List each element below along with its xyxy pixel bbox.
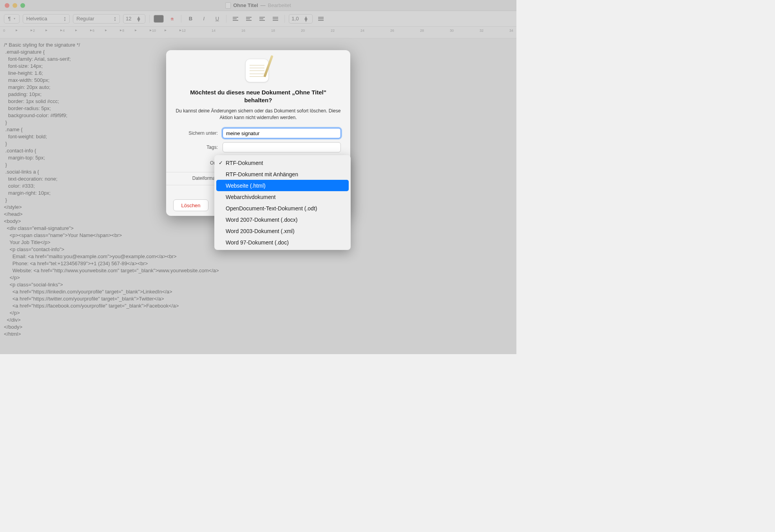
ruler-tab-stop[interactable]: ▸ (165, 28, 167, 32)
ruler[interactable]: ▸▸▸▸▸▸▸▸▸▸▸▸ 024681012141618202224262830… (0, 27, 516, 38)
ruler-number: 8 (122, 29, 124, 33)
fileformat-dropdown: ✓RTF-DokumentRTF-Dokument mit AnhängenWe… (214, 155, 351, 250)
align-right-button[interactable] (257, 14, 267, 24)
ruler-number: 6 (92, 29, 94, 33)
ruler-tab-stop[interactable]: ▸ (90, 28, 92, 32)
fileformat-option-label: OpenDocument-Text-Dokument (.odt) (226, 205, 317, 212)
ruler-tab-stop[interactable]: ▸ (150, 28, 152, 32)
ruler-number: 18 (271, 29, 275, 33)
document-status: Bearbeitet (268, 2, 291, 8)
fileformat-option-label: Word 2007-Dokument (.docx) (226, 217, 297, 223)
titlebar: Ohne Titel — Bearbeitet (0, 0, 516, 11)
fileformat-option[interactable]: RTF-Dokument mit Anhängen (216, 168, 349, 180)
save-as-label: Sichern unter: (176, 130, 218, 136)
ruler-number: 4 (63, 29, 65, 33)
line-spacing-value: 1,0 (289, 16, 301, 22)
zoom-window-button[interactable] (20, 3, 25, 8)
ruler-tab-stop[interactable]: ▸ (16, 28, 18, 32)
ruler-tab-stop[interactable]: ▸ (75, 28, 77, 32)
document-name: Ohne Titel (233, 2, 258, 8)
fileformat-option[interactable]: Webarchivdokument (216, 191, 349, 203)
window-controls (0, 3, 25, 8)
font-style-value: Regular (76, 16, 94, 22)
fileformat-option-label: RTF-Dokument mit Anhängen (226, 171, 298, 177)
font-style-select[interactable]: Regular ▲▼ (73, 14, 120, 24)
ruler-number: 22 (331, 29, 335, 33)
ruler-tab-stop[interactable]: ▸ (45, 28, 47, 32)
ruler-number: 16 (241, 29, 245, 33)
ruler-number: 34 (509, 29, 513, 33)
ruler-tab-stop[interactable]: ▸ (31, 28, 33, 32)
underline-button[interactable]: U (212, 14, 222, 24)
fileformat-option-label: Webarchivdokument (226, 194, 275, 200)
tags-input[interactable] (223, 142, 341, 152)
ruler-number: 24 (360, 29, 364, 33)
fileformat-option-label: RTF-Dokument (226, 160, 263, 166)
italic-button[interactable]: I (199, 14, 209, 24)
minimize-window-button[interactable] (13, 3, 17, 8)
paragraph-style-select[interactable]: ¶ ▾ (4, 14, 20, 24)
align-left-button[interactable] (230, 14, 241, 24)
font-size-value: 12 (123, 16, 134, 22)
location-label: Ort: (176, 160, 218, 166)
text-color-button[interactable] (154, 15, 164, 23)
fileformat-label: Dateiformat: (176, 176, 218, 181)
line-spacing-stepper[interactable]: 1,0 ▲▼ (289, 14, 313, 24)
align-justify-button[interactable] (270, 14, 281, 24)
font-family-select[interactable]: Helvetica ▲▼ (23, 14, 70, 24)
fileformat-option[interactable]: OpenDocument-Text-Dokument (.odt) (216, 203, 349, 214)
dialog-heading: Möchtest du dieses neue Dokument „Ohne T… (176, 89, 341, 105)
fileformat-option[interactable]: Word 2003-Dokument (.xml) (216, 225, 349, 237)
highlight-color-button[interactable]: a (167, 14, 177, 24)
font-size-stepper[interactable]: 12 ▲▼ (123, 14, 145, 24)
check-icon: ✓ (219, 160, 223, 166)
textedit-app-icon (245, 59, 271, 85)
document-icon (225, 2, 231, 9)
ruler-number: 20 (301, 29, 305, 33)
tags-label: Tags: (176, 145, 218, 150)
fileformat-option[interactable]: Word 97-Dokument (.doc) (216, 237, 349, 248)
fileformat-option[interactable]: ✓RTF-Dokument (216, 157, 349, 168)
ruler-number: 30 (450, 29, 454, 33)
format-toolbar: ¶ ▾ Helvetica ▲▼ Regular ▲▼ 12 ▲▼ a B I … (0, 11, 516, 27)
close-window-button[interactable] (5, 3, 9, 8)
fileformat-option[interactable]: Webseite (.html) (216, 180, 349, 191)
ruler-tab-stop[interactable]: ▸ (60, 28, 62, 32)
ruler-tab-stop[interactable]: ▸ (135, 28, 137, 32)
window-title: Ohne Titel — Bearbeitet (225, 2, 291, 9)
ruler-number: 28 (420, 29, 424, 33)
ruler-tab-stop[interactable]: ▸ (105, 28, 107, 32)
fileformat-option-label: Word 2003-Dokument (.xml) (226, 228, 295, 234)
bold-button[interactable]: B (185, 14, 196, 24)
ruler-number: 12 (182, 29, 186, 33)
fileformat-option-label: Webseite (.html) (226, 183, 266, 189)
save-as-input[interactable] (223, 128, 341, 138)
delete-button[interactable]: Löschen (173, 199, 208, 211)
ruler-tab-stop[interactable]: ▸ (120, 28, 122, 32)
ruler-number: 32 (480, 29, 483, 33)
align-center-button[interactable] (244, 14, 254, 24)
fileformat-option-label: Word 97-Dokument (.doc) (226, 239, 289, 246)
ruler-number: 10 (152, 29, 156, 33)
font-family-value: Helvetica (26, 16, 47, 22)
fileformat-option[interactable]: Word 2007-Dokument (.docx) (216, 214, 349, 225)
ruler-number: 14 (212, 29, 215, 33)
ruler-number: 26 (390, 29, 394, 33)
ruler-number: 0 (3, 29, 5, 33)
list-style-button[interactable] (316, 14, 326, 24)
ruler-tab-stop[interactable]: ▸ (179, 28, 181, 32)
ruler-number: 2 (33, 29, 35, 33)
dialog-subtext: Du kannst deine Änderungen sichern oder … (176, 108, 341, 121)
